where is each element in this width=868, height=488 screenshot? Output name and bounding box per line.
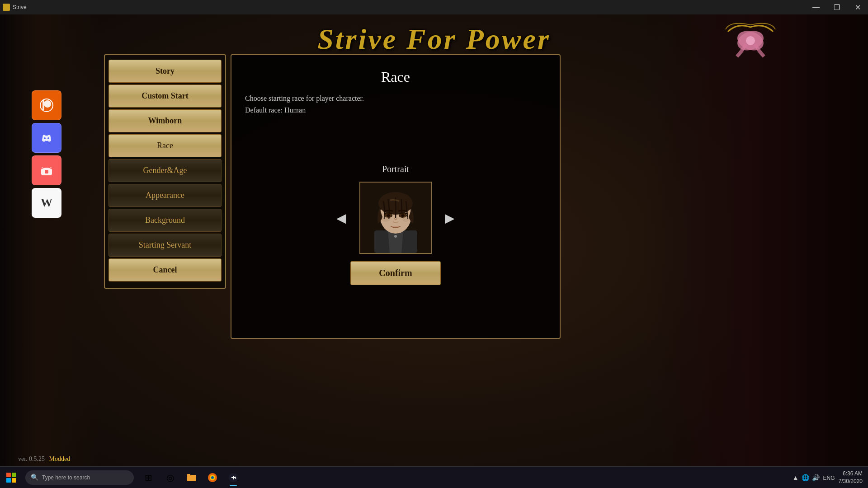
clock-date: 7/30/2020 — [839, 478, 863, 485]
task-view-button[interactable]: ⊞ — [138, 468, 158, 488]
appearance-button[interactable]: Appearance — [108, 184, 222, 207]
starting-servant-button[interactable]: Starting Servant — [108, 234, 222, 257]
start-button[interactable] — [0, 467, 23, 488]
tray-network: 🌐 — [802, 474, 809, 481]
taskbar-game-button[interactable] — [223, 468, 243, 488]
discord-button[interactable] — [32, 123, 61, 153]
wikipedia-button[interactable]: W — [32, 188, 61, 218]
minimize-button[interactable]: — — [806, 0, 826, 14]
custom-start-button[interactable]: Custom Start — [108, 84, 222, 108]
titlebar-buttons: — ❐ ✕ — [806, 0, 868, 14]
taskbar-right: ▲ 🌐 🔊 ENG 6:36 AM 7/30/2020 — [793, 470, 868, 485]
svg-rect-28 — [187, 474, 190, 476]
titlebar-title: Strive — [13, 4, 806, 10]
wimborn-button[interactable]: Wimborn — [108, 109, 222, 132]
close-button[interactable]: ✕ — [847, 0, 868, 14]
svg-point-24 — [402, 216, 409, 222]
social-sidebar: W — [32, 90, 61, 218]
taskbar: 🔍 Type here to search ⊞ ◎ — [0, 466, 868, 488]
system-clock[interactable]: 6:36 AM 7/30/2020 — [839, 470, 863, 485]
game-title-container: Strive For Power — [317, 23, 551, 56]
cancel-button[interactable]: Cancel — [108, 258, 222, 282]
patreon-button[interactable] — [32, 90, 61, 120]
svg-point-4 — [44, 100, 51, 108]
menu-panel: Story Custom Start Wimborn Race Gender&A… — [104, 54, 226, 289]
maximize-button[interactable]: ❐ — [826, 0, 847, 14]
wiki-icon: W — [41, 196, 52, 210]
portrait-prev-button[interactable]: ◀ — [332, 209, 350, 227]
svg-point-34 — [235, 477, 236, 479]
svg-point-7 — [47, 137, 49, 139]
search-placeholder: Type here to search — [42, 474, 90, 481]
search-bar[interactable]: 🔍 Type here to search — [25, 470, 134, 485]
modded-label: Modded — [49, 455, 71, 462]
win-tile-red — [6, 473, 11, 477]
panel-description: Choose starting race for player characte… — [245, 93, 546, 116]
version-info: ver. 0.5.25 Modded — [18, 455, 70, 463]
svg-point-31 — [211, 476, 214, 479]
portrait-label: Portrait — [382, 164, 409, 174]
story-button[interactable]: Story — [108, 60, 222, 83]
itch-button[interactable] — [32, 155, 61, 185]
svg-point-2 — [746, 36, 755, 45]
win-tile-blue — [6, 478, 11, 483]
gender-age-button[interactable]: Gender&Age — [108, 159, 222, 182]
cortana-button[interactable]: ◎ — [160, 468, 180, 488]
taskbar-pinned-apps — [182, 468, 243, 488]
game-title: Strive For Power — [317, 23, 551, 56]
titlebar: Strive — ❐ ✕ — [0, 0, 868, 14]
svg-point-22 — [401, 214, 405, 217]
svg-rect-5 — [42, 100, 44, 110]
taskbar-browser-button[interactable] — [203, 468, 222, 488]
win-tile-green — [12, 473, 16, 477]
portrait-section: Portrait ◀ — [245, 125, 546, 324]
search-icon: 🔍 — [31, 474, 38, 481]
panel-title: Race — [245, 69, 546, 85]
portrait-image — [361, 183, 431, 253]
tray-arrow[interactable]: ▲ — [793, 474, 799, 481]
background-button[interactable]: Background — [108, 209, 222, 232]
race-button[interactable]: Race — [108, 134, 222, 157]
bg-left — [0, 0, 99, 488]
portrait-nav: ◀ — [332, 182, 459, 254]
titlebar-icon — [3, 4, 10, 11]
windows-logo — [6, 473, 16, 483]
browser-icon — [207, 472, 218, 483]
confirm-button[interactable]: Confirm — [350, 261, 441, 285]
game-icon — [228, 472, 239, 483]
clock-time: 6:36 AM — [839, 470, 863, 478]
svg-point-23 — [382, 216, 389, 222]
version-number: ver. 0.5.25 — [18, 455, 45, 462]
tray-sound[interactable]: 🔊 — [812, 474, 820, 481]
content-panel: Race Choose starting race for player cha… — [231, 54, 561, 339]
taskbar-system-icons: ⊞ ◎ — [138, 468, 180, 488]
taskbar-explorer-button[interactable] — [182, 468, 202, 488]
portrait-frame — [359, 182, 432, 254]
win-tile-yellow — [12, 478, 16, 483]
explorer-icon — [186, 472, 197, 483]
description-line2: Default race: Human — [245, 104, 546, 116]
svg-point-6 — [44, 137, 46, 139]
svg-rect-9 — [45, 170, 48, 174]
svg-point-19 — [387, 214, 390, 217]
system-tray: ▲ 🌐 🔊 — [793, 474, 820, 481]
portrait-next-button[interactable]: ▶ — [441, 209, 459, 227]
bg-right — [642, 0, 868, 488]
bow-decoration — [723, 18, 778, 63]
language-indicator: ENG — [823, 474, 835, 482]
svg-point-25 — [394, 235, 397, 238]
description-line1: Choose starting race for player characte… — [245, 93, 546, 104]
